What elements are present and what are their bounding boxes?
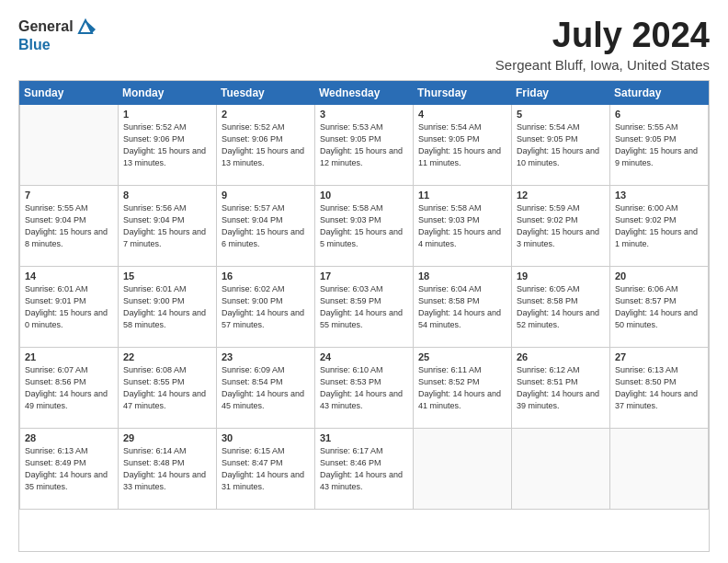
day-info: Sunrise: 6:02 AM Sunset: 9:00 PM Dayligh… bbox=[222, 283, 310, 331]
day-info: Sunrise: 6:14 AM Sunset: 8:48 PM Dayligh… bbox=[123, 445, 211, 493]
day-number: 5 bbox=[517, 109, 605, 120]
col-wednesday: Wednesday bbox=[315, 81, 414, 104]
day-info: Sunrise: 6:07 AM Sunset: 8:56 PM Dayligh… bbox=[25, 364, 113, 412]
day-number: 19 bbox=[517, 270, 605, 282]
day-info: Sunrise: 6:12 AM Sunset: 8:51 PM Dayligh… bbox=[517, 364, 605, 412]
day-number: 18 bbox=[418, 270, 506, 282]
day-number: 24 bbox=[320, 351, 408, 362]
day-number: 16 bbox=[222, 270, 310, 282]
day-number: 15 bbox=[123, 270, 211, 282]
day-info: Sunrise: 6:03 AM Sunset: 8:59 PM Dayligh… bbox=[320, 283, 408, 331]
calendar-week-row: 7Sunrise: 5:55 AM Sunset: 9:04 PM Daylig… bbox=[20, 185, 709, 266]
table-row: 19Sunrise: 6:05 AM Sunset: 8:58 PM Dayli… bbox=[512, 266, 610, 347]
table-row bbox=[610, 428, 709, 509]
day-number: 21 bbox=[25, 351, 113, 362]
logo-blue: Blue bbox=[18, 37, 96, 53]
day-info: Sunrise: 5:52 AM Sunset: 9:06 PM Dayligh… bbox=[123, 121, 211, 169]
logo: General Blue bbox=[18, 17, 96, 53]
day-info: Sunrise: 5:55 AM Sunset: 9:05 PM Dayligh… bbox=[615, 121, 703, 169]
day-number: 22 bbox=[123, 351, 211, 362]
col-thursday: Thursday bbox=[414, 81, 512, 104]
day-info: Sunrise: 5:55 AM Sunset: 9:04 PM Dayligh… bbox=[25, 202, 113, 250]
day-number: 13 bbox=[615, 190, 703, 201]
table-row: 15Sunrise: 6:01 AM Sunset: 9:00 PM Dayli… bbox=[119, 266, 217, 347]
day-number: 27 bbox=[615, 351, 703, 362]
table-row: 9Sunrise: 5:57 AM Sunset: 9:04 PM Daylig… bbox=[217, 185, 315, 266]
table-row: 7Sunrise: 5:55 AM Sunset: 9:04 PM Daylig… bbox=[20, 185, 119, 266]
col-sunday: Sunday bbox=[20, 81, 119, 104]
logo-icon bbox=[75, 17, 96, 37]
col-tuesday: Tuesday bbox=[217, 81, 315, 104]
table-row: 21Sunrise: 6:07 AM Sunset: 8:56 PM Dayli… bbox=[20, 347, 119, 428]
table-row: 5Sunrise: 5:54 AM Sunset: 9:05 PM Daylig… bbox=[512, 104, 610, 185]
calendar-week-row: 1Sunrise: 5:52 AM Sunset: 9:06 PM Daylig… bbox=[20, 104, 709, 185]
day-info: Sunrise: 6:13 AM Sunset: 8:50 PM Dayligh… bbox=[615, 364, 703, 412]
day-info: Sunrise: 6:15 AM Sunset: 8:47 PM Dayligh… bbox=[222, 445, 310, 493]
day-number: 10 bbox=[320, 190, 408, 201]
calendar-week-row: 14Sunrise: 6:01 AM Sunset: 9:01 PM Dayli… bbox=[20, 266, 709, 347]
day-info: Sunrise: 5:53 AM Sunset: 9:05 PM Dayligh… bbox=[320, 121, 408, 169]
day-info: Sunrise: 5:54 AM Sunset: 9:05 PM Dayligh… bbox=[418, 121, 506, 169]
table-row bbox=[20, 104, 119, 185]
day-number: 6 bbox=[615, 109, 703, 120]
calendar-week-row: 21Sunrise: 6:07 AM Sunset: 8:56 PM Dayli… bbox=[20, 347, 709, 428]
table-row: 4Sunrise: 5:54 AM Sunset: 9:05 PM Daylig… bbox=[414, 104, 512, 185]
page: General Blue July 2024 Sergeant Bluff, I… bbox=[0, 0, 728, 563]
calendar-week-row: 28Sunrise: 6:13 AM Sunset: 8:49 PM Dayli… bbox=[20, 428, 709, 509]
table-row: 16Sunrise: 6:02 AM Sunset: 9:00 PM Dayli… bbox=[217, 266, 315, 347]
day-info: Sunrise: 6:10 AM Sunset: 8:53 PM Dayligh… bbox=[320, 364, 408, 412]
table-row: 27Sunrise: 6:13 AM Sunset: 8:50 PM Dayli… bbox=[610, 347, 709, 428]
day-info: Sunrise: 5:59 AM Sunset: 9:02 PM Dayligh… bbox=[517, 202, 605, 250]
day-info: Sunrise: 6:13 AM Sunset: 8:49 PM Dayligh… bbox=[25, 445, 113, 493]
calendar: Sunday Monday Tuesday Wednesday Thursday… bbox=[18, 80, 710, 552]
day-number: 1 bbox=[123, 109, 211, 120]
day-number: 25 bbox=[418, 351, 506, 362]
day-number: 2 bbox=[222, 109, 310, 120]
table-row: 8Sunrise: 5:56 AM Sunset: 9:04 PM Daylig… bbox=[119, 185, 217, 266]
day-info: Sunrise: 6:09 AM Sunset: 8:54 PM Dayligh… bbox=[222, 364, 310, 412]
table-row bbox=[414, 428, 512, 509]
day-number: 26 bbox=[517, 351, 605, 362]
subtitle: Sergeant Bluff, Iowa, United States bbox=[495, 57, 710, 73]
main-title: July 2024 bbox=[495, 17, 710, 55]
day-number: 30 bbox=[222, 432, 310, 443]
day-info: Sunrise: 6:01 AM Sunset: 9:00 PM Dayligh… bbox=[123, 283, 211, 331]
table-row: 30Sunrise: 6:15 AM Sunset: 8:47 PM Dayli… bbox=[217, 428, 315, 509]
table-row: 20Sunrise: 6:06 AM Sunset: 8:57 PM Dayli… bbox=[610, 266, 709, 347]
table-row: 1Sunrise: 5:52 AM Sunset: 9:06 PM Daylig… bbox=[119, 104, 217, 185]
day-info: Sunrise: 5:58 AM Sunset: 9:03 PM Dayligh… bbox=[320, 202, 408, 250]
day-info: Sunrise: 5:56 AM Sunset: 9:04 PM Dayligh… bbox=[123, 202, 211, 250]
day-number: 17 bbox=[320, 270, 408, 282]
day-info: Sunrise: 6:00 AM Sunset: 9:02 PM Dayligh… bbox=[615, 202, 703, 250]
day-info: Sunrise: 6:01 AM Sunset: 9:01 PM Dayligh… bbox=[25, 283, 113, 331]
table-row: 18Sunrise: 6:04 AM Sunset: 8:58 PM Dayli… bbox=[414, 266, 512, 347]
col-monday: Monday bbox=[119, 81, 217, 104]
day-number: 23 bbox=[222, 351, 310, 362]
table-row: 11Sunrise: 5:58 AM Sunset: 9:03 PM Dayli… bbox=[414, 185, 512, 266]
table-row bbox=[512, 428, 610, 509]
table-row: 10Sunrise: 5:58 AM Sunset: 9:03 PM Dayli… bbox=[315, 185, 414, 266]
day-info: Sunrise: 6:11 AM Sunset: 8:52 PM Dayligh… bbox=[418, 364, 506, 412]
table-row: 2Sunrise: 5:52 AM Sunset: 9:06 PM Daylig… bbox=[217, 104, 315, 185]
table-row: 24Sunrise: 6:10 AM Sunset: 8:53 PM Dayli… bbox=[315, 347, 414, 428]
day-number: 31 bbox=[320, 432, 408, 443]
day-info: Sunrise: 6:17 AM Sunset: 8:46 PM Dayligh… bbox=[320, 445, 408, 493]
title-block: July 2024 Sergeant Bluff, Iowa, United S… bbox=[495, 17, 710, 73]
day-number: 12 bbox=[517, 190, 605, 201]
calendar-header-row: Sunday Monday Tuesday Wednesday Thursday… bbox=[20, 81, 709, 104]
table-row: 14Sunrise: 6:01 AM Sunset: 9:01 PM Dayli… bbox=[20, 266, 119, 347]
table-row: 28Sunrise: 6:13 AM Sunset: 8:49 PM Dayli… bbox=[20, 428, 119, 509]
logo-general: General bbox=[18, 18, 74, 35]
day-info: Sunrise: 5:57 AM Sunset: 9:04 PM Dayligh… bbox=[222, 202, 310, 250]
table-row: 22Sunrise: 6:08 AM Sunset: 8:55 PM Dayli… bbox=[119, 347, 217, 428]
table-row: 6Sunrise: 5:55 AM Sunset: 9:05 PM Daylig… bbox=[610, 104, 709, 185]
day-number: 7 bbox=[25, 190, 113, 201]
day-number: 4 bbox=[418, 109, 506, 120]
table-row: 25Sunrise: 6:11 AM Sunset: 8:52 PM Dayli… bbox=[414, 347, 512, 428]
day-number: 8 bbox=[123, 190, 211, 201]
day-info: Sunrise: 6:08 AM Sunset: 8:55 PM Dayligh… bbox=[123, 364, 211, 412]
col-friday: Friday bbox=[512, 81, 610, 104]
table-row: 29Sunrise: 6:14 AM Sunset: 8:48 PM Dayli… bbox=[119, 428, 217, 509]
day-info: Sunrise: 6:05 AM Sunset: 8:58 PM Dayligh… bbox=[517, 283, 605, 331]
day-number: 29 bbox=[123, 432, 211, 443]
